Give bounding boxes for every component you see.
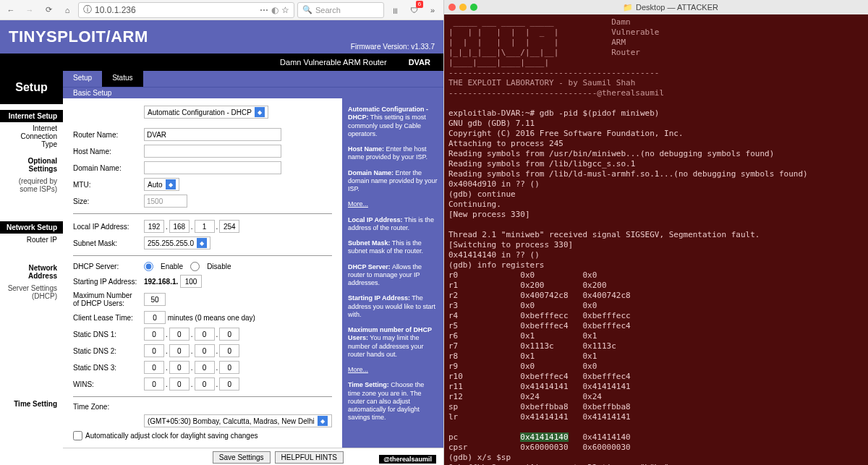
dst-checkbox[interactable] <box>73 431 82 440</box>
search-icon: 🔍 <box>302 5 312 14</box>
item-time-setting[interactable]: Time Setting <box>0 398 63 410</box>
subnet-label: Subnet Mask: <box>73 239 144 247</box>
item-net-addr[interactable]: Network Address <box>0 262 63 282</box>
help-p8: Maximum number of DHCP Users: You may li… <box>348 326 438 359</box>
local-ip-4[interactable] <box>219 220 239 233</box>
help-p1: Automatic Configuration - DHCP: This set… <box>348 106 438 138</box>
back-button[interactable]: ← <box>3 2 19 18</box>
dns2-4[interactable] <box>219 344 239 357</box>
helpful-hints-button[interactable]: HELPFUL HINTS <box>275 451 344 464</box>
product-title: Damn Vulnerable ARM Router <box>271 54 396 71</box>
content-area: Setup Status Basic Setup Automatic Confi… <box>63 71 443 465</box>
tab-status[interactable]: Status <box>102 71 142 87</box>
close-icon[interactable] <box>448 4 456 11</box>
item-optional[interactable]: Optional Settings <box>0 155 63 175</box>
mtu-label: MTU: <box>73 181 144 189</box>
dns2-2[interactable] <box>169 344 190 357</box>
dns1-1[interactable] <box>144 328 164 341</box>
library-icon[interactable]: ⫼ <box>387 2 403 18</box>
dst-label: Automatically adjust clock for daylight … <box>85 432 258 440</box>
forward-button[interactable]: → <box>22 2 38 18</box>
ascii-art: _____ ___ _____ _____ Damn | | | | | | _… <box>448 17 664 98</box>
home-button[interactable]: ⌂ <box>59 2 75 18</box>
dns1-3[interactable] <box>195 328 215 341</box>
router-name-input[interactable] <box>144 128 281 141</box>
help-p3: Domain Name: Enter the domain name provi… <box>348 169 438 194</box>
local-ip-2[interactable] <box>169 220 190 233</box>
item-server-set: Server Settings (DHCP) <box>0 282 63 302</box>
url-bar[interactable]: ⓘ 10.0.1.236 ⋯ ◐ ☆ <box>78 2 294 18</box>
dns1-2[interactable] <box>169 328 190 341</box>
dns2-3[interactable] <box>195 344 215 357</box>
mtu-select[interactable]: Auto◆ <box>144 178 179 191</box>
traffic-lights <box>448 4 477 11</box>
start-ip-last[interactable] <box>180 275 202 288</box>
help-p9: Time Setting: Choose the time zone you a… <box>348 381 438 422</box>
start-ip-label: Starting IP Address: <box>73 278 144 286</box>
mtu-value: Auto <box>148 181 163 189</box>
reader-icon[interactable]: ◐ <box>271 5 278 15</box>
notification-icon[interactable]: 🛡 <box>406 2 422 18</box>
help-more-2[interactable]: More... <box>348 366 368 373</box>
lease-input[interactable] <box>144 311 166 324</box>
item-optional-sub: (required by some ISPs) <box>0 175 63 195</box>
subnet-select[interactable]: 255.255.255.0◆ <box>144 236 210 249</box>
bookmark-icon[interactable]: ☆ <box>281 5 289 15</box>
enable-label: Enable <box>161 263 183 270</box>
local-ip-label: Local IP Address: <box>73 223 144 231</box>
dns3-3[interactable] <box>195 361 215 374</box>
product-short: DVAR <box>396 54 443 71</box>
dns3-1[interactable] <box>144 361 164 374</box>
help-more-1[interactable]: More... <box>348 200 368 208</box>
tz-label: Time Zone: <box>73 403 144 411</box>
max-users-label: Maximum Numberof DHCP Users: <box>73 291 144 307</box>
terminal-title: Desktop — ATTACKER <box>636 3 718 12</box>
page-content: TINYSPLOIT/ARM Firmware Version: v1.33.7… <box>0 20 443 465</box>
search-bar[interactable]: 🔍 Search <box>297 2 384 18</box>
maximize-icon[interactable] <box>470 4 477 11</box>
local-ip-1[interactable] <box>144 220 164 233</box>
reload-button[interactable]: ⟳ <box>41 2 56 18</box>
item-conn-type[interactable]: Internet Connection Type <box>0 122 63 150</box>
chevron-down-icon: ◆ <box>318 416 328 426</box>
save-settings-button[interactable]: Save Settings <box>213 451 271 464</box>
config-method-value: Automatic Configuration - DHCP <box>148 108 252 116</box>
browser-toolbar: ← → ⟳ ⌂ ⓘ 10.0.1.236 ⋯ ◐ ☆ 🔍 Search ⫼ 🛡 … <box>0 0 443 20</box>
sub-tab[interactable]: Basic Setup <box>63 87 443 98</box>
tab-setup[interactable]: Setup <box>63 71 102 87</box>
tab-bar: Setup Status <box>63 71 443 87</box>
dns1-label: Static DNS 1: <box>73 330 144 338</box>
minimize-icon[interactable] <box>459 4 467 11</box>
more-icon[interactable]: ⋯ <box>260 5 268 15</box>
browser-window: ← → ⟳ ⌂ ⓘ 10.0.1.236 ⋯ ◐ ☆ 🔍 Search ⫼ 🛡 … <box>0 0 444 465</box>
register-dump: r0 0x0 0x0 r1 0x200 0x200 r2 0x400742c8 … <box>448 270 631 422</box>
dns1-4[interactable] <box>219 328 239 341</box>
domain-name-input[interactable] <box>144 161 281 174</box>
wins-4[interactable] <box>219 377 239 391</box>
host-name-label: Host Name: <box>73 148 144 155</box>
wins-1[interactable] <box>144 377 164 391</box>
info-icon: ⓘ <box>83 4 92 16</box>
host-name-input[interactable] <box>144 145 281 158</box>
dns3-2[interactable] <box>169 361 190 374</box>
local-ip-3[interactable] <box>195 220 215 233</box>
dns2-1[interactable] <box>144 344 164 357</box>
pc-row: pc 0x41414140 0x41414140 <box>448 432 631 442</box>
terminal-body[interactable]: _____ ___ _____ _____ Damn | | | | | | _… <box>444 14 868 465</box>
size-label: Size: <box>73 197 144 205</box>
help-p4: Local IP Address: This is the address of… <box>348 216 438 233</box>
config-method-select[interactable]: Automatic Configuration - DHCP ◆ <box>144 106 268 119</box>
chevron-down-icon: ◆ <box>197 238 207 248</box>
wins-2[interactable] <box>169 377 190 391</box>
max-users-input[interactable] <box>144 293 166 306</box>
dhcp-disable-radio[interactable] <box>190 262 200 271</box>
dns3-4[interactable] <box>219 361 239 374</box>
timezone-select[interactable]: (GMT+05:30) Bombay, Calcutta, Madras, Ne… <box>144 414 332 427</box>
size-input[interactable] <box>144 195 187 208</box>
wins-3[interactable] <box>195 377 215 391</box>
item-router-ip[interactable]: Router IP <box>0 234 63 246</box>
help-p2: Host Name: Enter the host name provided … <box>348 145 438 162</box>
lease-suffix: minutes (0 means one day) <box>168 314 255 322</box>
overflow-icon[interactable]: » <box>425 2 441 18</box>
dhcp-enable-radio[interactable] <box>144 262 153 271</box>
